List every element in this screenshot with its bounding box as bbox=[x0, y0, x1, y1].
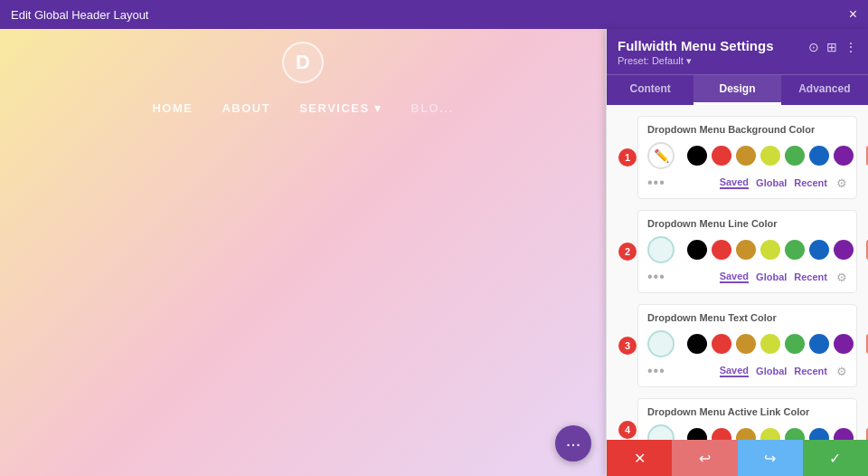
swatch-amber-4[interactable] bbox=[736, 428, 756, 440]
main-area: D HOME ABOUT SERVICES ▾ BLO... ··· Fullw… bbox=[0, 29, 868, 476]
swatch-black-1[interactable] bbox=[687, 146, 707, 166]
swatch-yellow-2[interactable] bbox=[760, 240, 780, 260]
panel-preset[interactable]: Preset: Default ▾ bbox=[618, 55, 774, 67]
swatch-amber-2[interactable] bbox=[736, 240, 756, 260]
badge-3: 3 bbox=[618, 337, 637, 355]
fab-icon: ··· bbox=[566, 433, 581, 454]
fab-button[interactable]: ··· bbox=[555, 425, 591, 462]
gear-2[interactable]: ⚙ bbox=[836, 271, 847, 284]
section-label-line: Dropdown Menu Line Color bbox=[647, 218, 847, 229]
nav-item-services[interactable]: SERVICES ▾ bbox=[299, 101, 382, 115]
save-button[interactable]: ✓ bbox=[803, 440, 868, 476]
dots-2[interactable]: ••• bbox=[647, 269, 665, 285]
panel-header-icons: ⊙ ⊞ ⋮ bbox=[808, 40, 857, 54]
color-row-3 bbox=[647, 330, 847, 357]
swatch-green-2[interactable] bbox=[785, 240, 805, 260]
section-label-text: Dropdown Menu Text Color bbox=[647, 312, 847, 323]
saved-3[interactable]: Saved bbox=[720, 365, 749, 377]
swatch-amber-3[interactable] bbox=[736, 334, 756, 354]
canvas-area: D HOME ABOUT SERVICES ▾ BLO... ··· bbox=[0, 29, 606, 476]
more-icon[interactable]: ⋮ bbox=[844, 40, 857, 54]
swatch-black-4[interactable] bbox=[687, 428, 707, 440]
swatch-red-3[interactable] bbox=[712, 334, 731, 354]
color-active-1[interactable]: ✏️ bbox=[647, 142, 675, 169]
section-label-bg: Dropdown Menu Background Color bbox=[647, 124, 847, 135]
recent-3[interactable]: Recent bbox=[794, 366, 827, 376]
nav-bar: HOME ABOUT SERVICES ▾ BLO... bbox=[0, 92, 606, 124]
swatch-purple-4[interactable] bbox=[834, 428, 854, 440]
swatch-blue-2[interactable] bbox=[809, 240, 829, 260]
panel-content: 1 Dropdown Menu Background Color ✏️ bbox=[607, 105, 868, 440]
swatch-green-4[interactable] bbox=[785, 428, 805, 440]
swatch-green-1[interactable] bbox=[785, 146, 805, 166]
close-button[interactable]: × bbox=[849, 7, 857, 22]
badge-2: 2 bbox=[618, 243, 637, 261]
swatch-blue-1[interactable] bbox=[809, 146, 829, 166]
undo-button[interactable]: ↩ bbox=[672, 440, 737, 476]
color-section-line: 2 Dropdown Menu Line Color ••• bbox=[637, 210, 857, 293]
dots-3[interactable]: ••• bbox=[647, 363, 665, 379]
swatch-purple-3[interactable] bbox=[834, 334, 854, 354]
swatch-black-2[interactable] bbox=[687, 240, 707, 260]
color-sub-1: ••• Saved Global Recent ⚙ bbox=[647, 175, 847, 191]
color-sub-3: ••• Saved Global Recent ⚙ bbox=[647, 363, 847, 379]
swatch-purple-1[interactable] bbox=[834, 146, 854, 166]
color-section-bg: 1 Dropdown Menu Background Color ✏️ bbox=[637, 116, 857, 199]
saved-2[interactable]: Saved bbox=[720, 271, 749, 283]
cancel-button[interactable]: ✕ bbox=[607, 440, 672, 476]
nav-item-home[interactable]: HOME bbox=[152, 101, 193, 115]
swatch-blue-4[interactable] bbox=[809, 428, 829, 440]
redo-icon: ↪ bbox=[764, 450, 776, 467]
layout-icon[interactable]: ⊞ bbox=[826, 40, 837, 54]
dots-1[interactable]: ••• bbox=[647, 175, 665, 191]
badge-4: 4 bbox=[618, 421, 637, 439]
color-section-active-link: 4 Dropdown Menu Active Link Color bbox=[637, 398, 857, 440]
tab-links-2: Saved Global Recent ⚙ bbox=[720, 271, 847, 284]
color-active-4[interactable] bbox=[647, 424, 675, 440]
gear-1[interactable]: ⚙ bbox=[836, 176, 847, 190]
swatch-blue-3[interactable] bbox=[809, 334, 829, 354]
panel-title: Fullwidth Menu Settings bbox=[618, 38, 774, 53]
tab-design[interactable]: Design bbox=[693, 75, 780, 105]
global-3[interactable]: Global bbox=[756, 366, 787, 376]
divi-logo: D bbox=[282, 42, 324, 83]
section-label-active: Dropdown Menu Active Link Color bbox=[647, 406, 847, 417]
panel-header: Fullwidth Menu Settings Preset: Default … bbox=[607, 29, 868, 74]
save-icon: ✓ bbox=[829, 450, 841, 467]
color-row-2 bbox=[647, 236, 847, 263]
global-1[interactable]: Global bbox=[756, 177, 787, 188]
undo-icon: ↩ bbox=[699, 450, 711, 467]
tab-links-3: Saved Global Recent ⚙ bbox=[720, 365, 847, 378]
swatch-amber-1[interactable] bbox=[736, 146, 756, 166]
nav-item-blog[interactable]: BLO... bbox=[410, 101, 453, 115]
recent-2[interactable]: Recent bbox=[794, 271, 827, 282]
panel-actions: ✕ ↩ ↪ ✓ bbox=[607, 440, 868, 476]
color-sub-2: ••• Saved Global Recent ⚙ bbox=[647, 269, 847, 285]
tab-advanced[interactable]: Advanced bbox=[781, 75, 868, 105]
panel-tabs: Content Design Advanced bbox=[607, 74, 868, 105]
swatch-yellow-4[interactable] bbox=[760, 428, 780, 440]
swatch-yellow-3[interactable] bbox=[760, 334, 780, 354]
color-active-3[interactable] bbox=[647, 330, 675, 357]
tab-links-1: Saved Global Recent ⚙ bbox=[720, 176, 847, 190]
global-2[interactable]: Global bbox=[756, 271, 787, 282]
swatch-green-3[interactable] bbox=[785, 334, 805, 354]
swatch-red-2[interactable] bbox=[712, 240, 731, 260]
swatch-purple-2[interactable] bbox=[834, 240, 854, 260]
gear-3[interactable]: ⚙ bbox=[836, 365, 847, 378]
swatch-black-3[interactable] bbox=[687, 334, 707, 354]
top-bar-title: Edit Global Header Layout bbox=[11, 8, 148, 22]
responsive-icon[interactable]: ⊙ bbox=[808, 40, 819, 54]
nav-item-about[interactable]: ABOUT bbox=[222, 101, 270, 115]
color-active-2[interactable] bbox=[647, 236, 675, 263]
tab-content[interactable]: Content bbox=[607, 75, 693, 105]
recent-1[interactable]: Recent bbox=[794, 177, 827, 188]
color-section-text: 3 Dropdown Menu Text Color ••• bbox=[637, 304, 857, 387]
swatch-red-1[interactable] bbox=[712, 146, 731, 166]
saved-1[interactable]: Saved bbox=[720, 176, 749, 189]
swatch-red-4[interactable] bbox=[712, 428, 731, 440]
swatch-yellow-1[interactable] bbox=[760, 146, 780, 166]
redo-button[interactable]: ↪ bbox=[738, 440, 803, 476]
top-bar: Edit Global Header Layout × bbox=[0, 0, 868, 29]
settings-panel: Fullwidth Menu Settings Preset: Default … bbox=[606, 29, 868, 476]
